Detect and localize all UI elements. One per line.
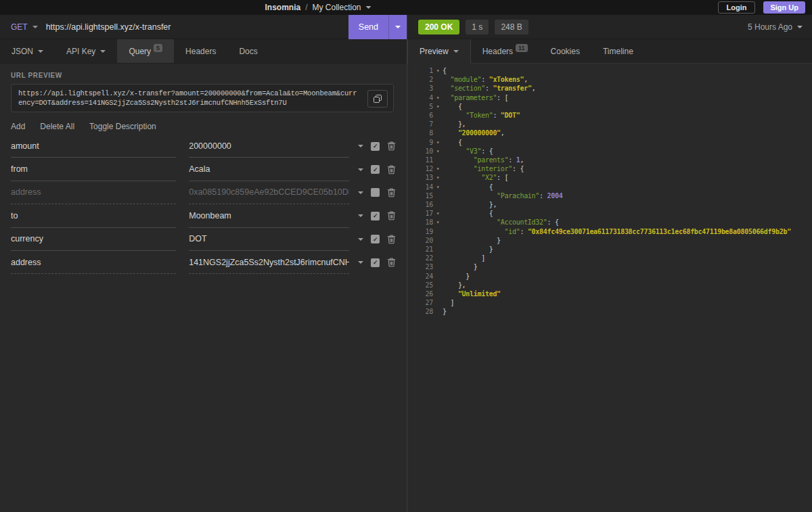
tab-query[interactable]: Query5 <box>117 39 174 63</box>
param-enabled-checkbox[interactable]: ✓ <box>371 235 380 243</box>
tab-timeline[interactable]: Timeline <box>591 39 645 63</box>
param-enabled-checkbox[interactable]: ✓ <box>371 212 380 220</box>
fold-caret-icon[interactable]: ▾ <box>433 66 443 75</box>
token-p: } <box>489 246 493 253</box>
code-text: "section": "transfer", <box>443 84 535 93</box>
line-number: 7 <box>407 120 433 129</box>
copy-button[interactable] <box>367 90 388 108</box>
token-w <box>443 281 458 289</box>
param-enabled-checkbox[interactable]: ✓ <box>371 165 380 174</box>
param-value-field[interactable]: 200000000 <box>189 135 348 158</box>
param-value-field[interactable]: Moonbeam <box>189 204 348 227</box>
code-line: 6 "Token": "DOT" <box>407 111 812 120</box>
tab-headers[interactable]: Headers11 <box>471 39 539 63</box>
param-value-field[interactable]: DOT <box>189 228 348 251</box>
param-name-field[interactable]: address <box>11 251 176 274</box>
trash-icon <box>387 188 396 197</box>
fold-caret-icon[interactable]: ▾ <box>433 102 443 111</box>
fold-caret-icon[interactable]: ▾ <box>433 93 443 102</box>
param-name-field[interactable]: amount <box>11 135 176 158</box>
token-w <box>443 192 497 200</box>
param-value-field[interactable]: 0xa085190c859eAe92bCCED9CE05b10DDb3 <box>189 181 348 204</box>
tab-json[interactable]: JSON <box>0 39 55 63</box>
param-row: address0xa085190c859eAe92bCCED9CE05b10DD… <box>11 181 396 204</box>
param-options-caret[interactable] <box>358 214 365 217</box>
token-w <box>443 165 474 172</box>
tab-label: Query <box>129 47 151 56</box>
token-w <box>443 147 466 155</box>
chevron-down-icon <box>358 191 363 194</box>
tab-api-key[interactable]: API Key <box>55 39 117 63</box>
token-p: : { <box>547 218 558 226</box>
token-p: }, <box>458 281 466 289</box>
fold-caret-icon[interactable]: ▾ <box>433 218 443 227</box>
param-name-field[interactable]: to <box>11 204 176 227</box>
code-line: 12▾ "interior": { <box>407 164 812 173</box>
param-options-caret[interactable] <box>358 191 365 194</box>
token-p: { <box>489 183 493 191</box>
toggle-description-button[interactable]: Toggle Description <box>89 122 156 131</box>
token-k: "id" <box>505 228 520 235</box>
fold-caret-icon[interactable]: ▾ <box>433 209 443 218</box>
fold-caret-icon[interactable]: ▾ <box>433 138 443 147</box>
tab-cookies[interactable]: Cookies <box>539 39 591 63</box>
param-options-caret[interactable] <box>358 261 365 264</box>
token-p: : [ <box>497 94 508 101</box>
line-number: 23 <box>407 262 433 271</box>
code-line: 7 }, <box>407 120 812 129</box>
delete-param-button[interactable] <box>386 141 396 151</box>
add-button[interactable]: Add <box>11 122 25 131</box>
param-options-caret[interactable] <box>358 168 365 171</box>
delete-param-button[interactable] <box>386 211 396 220</box>
param-enabled-checkbox[interactable] <box>371 188 380 197</box>
response-history-dropdown[interactable]: 5 Hours Ago <box>748 22 803 32</box>
delete-param-button[interactable] <box>386 165 396 174</box>
tab-headers[interactable]: Headers <box>174 39 227 63</box>
fold-caret-icon[interactable]: ▾ <box>433 147 443 156</box>
breadcrumb[interactable]: Insomnia / My Collection <box>265 0 371 15</box>
method-label: GET <box>11 22 28 32</box>
token-k: "Parachain" <box>497 192 539 200</box>
fold-caret-icon[interactable]: ▾ <box>433 183 443 191</box>
param-name-field[interactable]: currency <box>11 228 176 251</box>
fold-caret-icon[interactable]: ▾ <box>433 164 443 173</box>
fold-caret-icon[interactable]: ▾ <box>433 173 443 182</box>
delete-param-button[interactable] <box>386 258 396 267</box>
line-number: 22 <box>407 254 433 262</box>
code-text: { <box>443 138 462 147</box>
param-value-field[interactable]: Acala <box>189 158 348 181</box>
param-name-field[interactable]: address <box>11 181 176 204</box>
tab-label: API Key <box>66 47 95 56</box>
token-s: "DOT" <box>501 112 520 119</box>
token-k: "parents" <box>474 156 509 164</box>
token-p: : <box>539 192 547 200</box>
send-button[interactable]: Send <box>348 15 407 39</box>
token-n: 2004 <box>547 192 562 200</box>
chevron-down-icon <box>38 50 43 53</box>
send-options-button[interactable] <box>388 15 407 39</box>
param-options-caret[interactable] <box>358 238 365 241</box>
method-dropdown[interactable]: GET <box>11 22 38 32</box>
line-number: 17 <box>407 209 433 218</box>
param-enabled-checkbox[interactable]: ✓ <box>371 258 380 267</box>
delete-param-button[interactable] <box>386 188 396 197</box>
request-tabs: JSONAPI KeyQuery5HeadersDocs <box>0 39 407 64</box>
login-button[interactable]: Login <box>718 1 756 14</box>
code-text: { <box>443 209 493 218</box>
token-p: } <box>474 263 478 271</box>
tab-preview[interactable]: Preview <box>407 39 471 64</box>
param-enabled-checkbox[interactable]: ✓ <box>371 142 380 151</box>
code-line: 21 } <box>407 245 812 254</box>
delete-param-button[interactable] <box>386 235 396 244</box>
signup-button[interactable]: Sign Up <box>763 1 805 14</box>
tab-docs[interactable]: Docs <box>227 39 269 63</box>
param-name-field[interactable]: from <box>11 158 176 181</box>
param-options-caret[interactable] <box>358 145 365 147</box>
fold-gutter <box>433 156 443 164</box>
token-p: , <box>501 129 505 137</box>
fold-gutter <box>433 298 443 307</box>
param-value-field[interactable]: 141NGS2jjZca5Ss2Nysth2stJ6rimcnufCNHnh5E… <box>189 251 348 274</box>
chevron-down-icon <box>358 145 363 147</box>
delete-all-button[interactable]: Delete All <box>40 122 74 131</box>
auth-buttons: Login Sign Up <box>718 1 806 14</box>
